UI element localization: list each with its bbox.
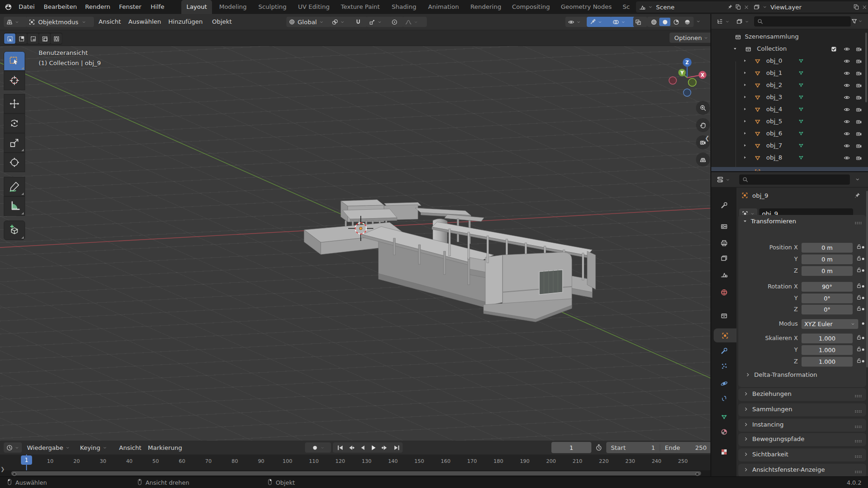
menu-hilfe[interactable]: Hilfe	[151, 0, 165, 14]
panel-beziehungen[interactable]: Beziehungen	[738, 388, 866, 401]
workspace-tab-texture-paint[interactable]: Texture Paint	[337, 0, 384, 14]
outliner-row-obj_2[interactable]: obj_2	[711, 80, 868, 92]
timeline-ruler[interactable]: 1020304050607080901001101201301401501601…	[0, 455, 710, 470]
properties-tab-material[interactable]	[714, 425, 734, 439]
pin-icon[interactable]	[854, 192, 861, 201]
properties-tab-texture[interactable]	[714, 445, 734, 459]
panel-drag-handle[interactable]	[855, 423, 862, 430]
properties-tab-world[interactable]	[714, 285, 734, 299]
obj_6-visibility-icon[interactable]	[843, 130, 850, 139]
blender-logo[interactable]	[4, 3, 13, 13]
shading-wireframe[interactable]	[648, 18, 659, 26]
lock-icon-1[interactable]	[855, 254, 862, 263]
properties-tab-data[interactable]	[714, 410, 734, 424]
obj_7-data-icon[interactable]	[798, 142, 804, 150]
menu-bearbeiten[interactable]: Bearbeiten	[44, 0, 77, 14]
lock-icon-0[interactable]	[855, 243, 862, 251]
workspace-tab-geometry-nodes[interactable]: Geometry Nodes	[556, 0, 616, 14]
timeline-menu-ansicht[interactable]: Ansicht	[119, 441, 141, 455]
tool-move[interactable]	[4, 94, 25, 114]
outliner-row-obj_4[interactable]: obj_4	[711, 104, 868, 116]
playback-jump-end-button[interactable]	[390, 443, 401, 452]
shading-solid[interactable]	[659, 18, 670, 26]
viewport-menu-auswählen[interactable]: Auswählen	[128, 14, 161, 30]
properties-tab-render[interactable]	[714, 219, 734, 233]
panel-drag-handle[interactable]	[855, 408, 862, 415]
obj_7-mesh-icon[interactable]	[754, 142, 761, 151]
menu-datei[interactable]: Datei	[19, 0, 35, 14]
transform-field-7[interactable]: 1.000	[802, 334, 853, 343]
obj_6-data-icon[interactable]	[798, 130, 804, 138]
obj_2-render-icon[interactable]	[855, 82, 862, 90]
obj_0-visibility-icon[interactable]	[843, 58, 850, 66]
workspace-tab-uv-editing[interactable]: UV Editing	[294, 0, 334, 14]
obj_5-render-icon[interactable]	[855, 118, 862, 127]
lock-icon-8[interactable]	[855, 345, 862, 354]
lock-icon-9[interactable]	[855, 357, 862, 365]
properties-tab-modifiers[interactable]	[714, 344, 734, 358]
scene-collection-icon[interactable]	[735, 33, 742, 42]
obj_2-visibility-icon[interactable]	[843, 82, 850, 90]
collection-visibility-icon[interactable]	[843, 46, 850, 54]
outliner-scrollbar[interactable]	[865, 33, 867, 102]
select-mode-new[interactable]	[4, 33, 15, 44]
viewport-menu-ansicht[interactable]: Ansicht	[99, 14, 121, 30]
outliner-row-scene-collection[interactable]: Szenensammlung	[711, 31, 868, 43]
outliner-row-obj_0[interactable]: obj_0	[711, 55, 868, 67]
nav-grid-view-button[interactable]	[696, 153, 710, 167]
obj_2-data-icon[interactable]	[798, 82, 804, 90]
transform-field-3[interactable]: 90°	[802, 282, 853, 292]
properties-tab-object[interactable]	[714, 328, 736, 342]
transform-field-4[interactable]: 0°	[802, 294, 853, 303]
tool-measure[interactable]	[4, 196, 25, 216]
editor-type-dropdown[interactable]	[4, 17, 27, 27]
obj_8-mesh-icon[interactable]	[754, 154, 761, 163]
obj_8-data-icon[interactable]	[798, 154, 804, 162]
properties-editor-dropdown[interactable]	[714, 174, 733, 185]
obj_4-mesh-icon[interactable]	[754, 106, 761, 114]
properties-tab-particles[interactable]	[714, 359, 734, 373]
obj_7-expand-icon[interactable]	[742, 142, 748, 150]
lock-icon-2[interactable]	[855, 266, 862, 274]
obj_4-render-icon[interactable]	[855, 106, 862, 114]
timeline-collapse-icon[interactable]: ❯	[0, 466, 5, 472]
snap-target-dropdown[interactable]	[366, 17, 391, 27]
obj_2-mesh-icon[interactable]	[754, 82, 761, 90]
pivot-dropdown[interactable]	[329, 17, 355, 27]
falloff-dropdown[interactable]	[403, 17, 427, 27]
view-layer-selector[interactable]: ViewLayer	[750, 1, 868, 13]
collection-render-icon[interactable]	[855, 46, 862, 54]
outliner-search-input[interactable]	[754, 16, 851, 27]
playback-play-reverse-button[interactable]	[357, 443, 368, 452]
panel-instancing[interactable]: Instancing	[738, 419, 866, 432]
outliner-filter-mode-dropdown[interactable]	[734, 16, 752, 27]
properties-options-icon[interactable]	[855, 176, 861, 184]
animate-dot-4[interactable]	[862, 297, 864, 299]
obj_3-expand-icon[interactable]	[742, 94, 748, 101]
lock-icon-3[interactable]	[855, 282, 862, 290]
animate-dot-7[interactable]	[862, 337, 864, 339]
panel-divider[interactable]	[710, 14, 711, 476]
transform-field-6[interactable]: XYZ Euler	[802, 319, 858, 329]
outliner-filter-button[interactable]	[851, 18, 863, 25]
workspace-tab-sc[interactable]: Sc	[619, 0, 633, 14]
obj_3-data-icon[interactable]	[798, 94, 804, 102]
collection-expand-icon[interactable]	[732, 46, 738, 53]
animate-dot-8[interactable]	[862, 348, 864, 351]
transform-field-8[interactable]: 1.000	[802, 345, 853, 355]
obj_5-data-icon[interactable]	[798, 118, 804, 126]
outliner-row-obj_3[interactable]: obj_3	[711, 92, 868, 104]
transform-field-9[interactable]: 1.000	[802, 357, 853, 367]
properties-tab-physics[interactable]	[714, 376, 734, 390]
panel-drag-handle[interactable]	[855, 468, 862, 475]
obj_3-mesh-icon[interactable]	[754, 94, 761, 102]
select-mode-extend[interactable]	[16, 33, 27, 44]
select-mode-invert[interactable]	[39, 33, 50, 44]
viewport-menu-objekt[interactable]: Objekt	[212, 14, 232, 30]
animate-dot-3[interactable]	[862, 285, 864, 287]
menu-rendern[interactable]: Rendern	[85, 0, 110, 14]
obj_5-mesh-icon[interactable]	[754, 118, 761, 127]
gizmo-toggle[interactable]	[587, 17, 612, 27]
obj_4-data-icon[interactable]	[798, 106, 804, 114]
shading-material[interactable]	[670, 18, 682, 26]
